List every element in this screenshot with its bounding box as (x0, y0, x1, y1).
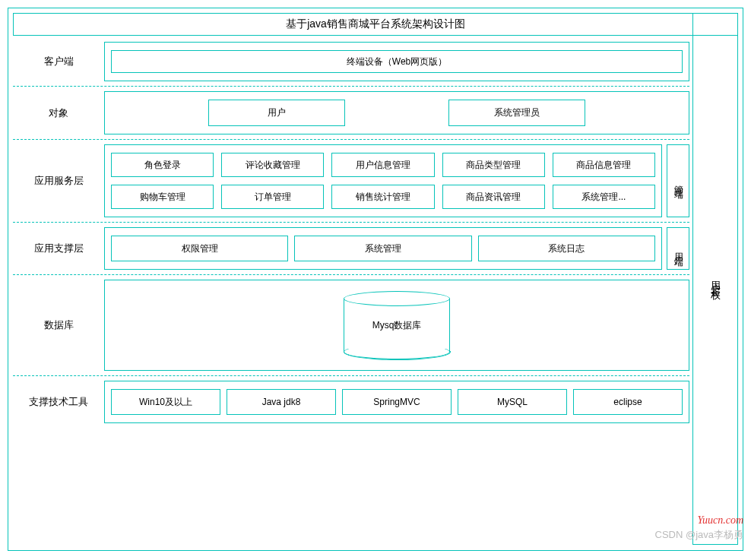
diagram-outer: 基于java销售商城平台系统架构设计图 用户鉴权 客户端 终端设备（Web网页版… (8, 8, 743, 551)
service-label: 应用服务层 (13, 144, 104, 217)
row-object: 对象 用户 系统管理员 (13, 91, 689, 134)
svc-box: 角色登录 (111, 153, 214, 177)
svc-box: 商品资讯管理 (442, 185, 545, 209)
service-row-1: 角色登录 评论收藏管理 用户信息管理 商品类型管理 商品信息管理 (111, 153, 655, 177)
tool-item: SpringMVC (342, 389, 452, 415)
svc-box: 购物车管理 (111, 185, 214, 209)
main-area: 客户端 终端设备（Web网页版） 对象 用户 系统管理员 应用服务层 角色登录 … (13, 42, 689, 547)
divider (13, 222, 689, 223)
tool-item: Java jdk8 (227, 389, 336, 415)
support-item: 系统日志 (478, 236, 655, 261)
svc-box: 商品类型管理 (442, 153, 545, 177)
object-label: 对象 (13, 91, 104, 134)
tool-item: eclipse (573, 389, 683, 415)
svc-box: 订单管理 (221, 185, 324, 209)
divider (13, 139, 689, 140)
tag-admin: 管理端 (667, 144, 689, 217)
service-row-2: 购物车管理 订单管理 销售统计管理 商品资讯管理 系统管理... (111, 185, 655, 209)
client-label: 客户端 (13, 42, 104, 81)
client-item: 终端设备（Web网页版） (111, 50, 683, 73)
support-label: 应用支撑层 (13, 227, 104, 270)
svc-box: 商品信息管理 (553, 153, 655, 177)
row-client: 客户端 终端设备（Web网页版） (13, 42, 689, 81)
svc-box: 用户信息管理 (331, 153, 434, 177)
database-label: 数据库 (13, 280, 104, 371)
svc-box: 销售统计管理 (331, 185, 434, 209)
service-side-tags: 管理端 (667, 144, 689, 217)
row-support: 应用支撑层 权限管理 系统管理 系统日志 用户端 (13, 227, 689, 270)
object-admin: 系统管理员 (448, 100, 585, 126)
title-text: 基于java销售商城平台系统架构设计图 (286, 17, 465, 31)
service-content: 角色登录 评论收藏管理 用户信息管理 商品类型管理 商品信息管理 购物车管理 订… (104, 144, 662, 217)
row-tools: 支撑技术工具 Win10及以上 Java jdk8 SpringMVC MySQ… (13, 381, 689, 423)
svc-box: 评论收藏管理 (221, 153, 324, 177)
divider (13, 274, 689, 275)
cylinder-label: Mysq数据库 (372, 319, 422, 332)
right-column: 用户鉴权 (692, 13, 738, 545)
support-item: 权限管理 (111, 236, 288, 261)
auth-box: 用户鉴权 (692, 13, 738, 545)
object-content: 用户 系统管理员 (104, 91, 689, 134)
cylinder-top (344, 291, 450, 306)
diagram-title: 基于java销售商城平台系统架构设计图 (13, 13, 738, 36)
svc-box: 系统管理... (553, 185, 655, 209)
row-service: 应用服务层 角色登录 评论收藏管理 用户信息管理 商品类型管理 商品信息管理 购… (13, 144, 689, 217)
tag-user: 用户端 (667, 227, 689, 270)
support-content: 权限管理 系统管理 系统日志 (104, 227, 662, 270)
watermark-site: Yuucn.com (697, 514, 743, 527)
client-content: 终端设备（Web网页版） (104, 42, 689, 81)
row-database: 数据库 Mysq数据库 (13, 280, 689, 371)
tools-label: 支撑技术工具 (13, 381, 104, 423)
service-grid: 角色登录 评论收藏管理 用户信息管理 商品类型管理 商品信息管理 购物车管理 订… (111, 153, 655, 209)
cylinder-bottom (344, 344, 450, 359)
divider (13, 375, 689, 376)
divider (13, 86, 689, 87)
auth-label: 用户鉴权 (708, 273, 722, 285)
watermark-author: CSDN @java李杨勇 (655, 528, 744, 542)
support-item: 系统管理 (294, 236, 471, 261)
database-content: Mysq数据库 (104, 280, 689, 371)
tools-content: Win10及以上 Java jdk8 SpringMVC MySQL eclip… (104, 381, 689, 423)
tool-item: Win10及以上 (111, 389, 220, 415)
tool-item: MySQL (458, 389, 567, 415)
support-side-tags: 用户端 (667, 227, 689, 270)
object-user: 用户 (208, 100, 345, 126)
database-cylinder: Mysq数据库 (344, 291, 450, 359)
